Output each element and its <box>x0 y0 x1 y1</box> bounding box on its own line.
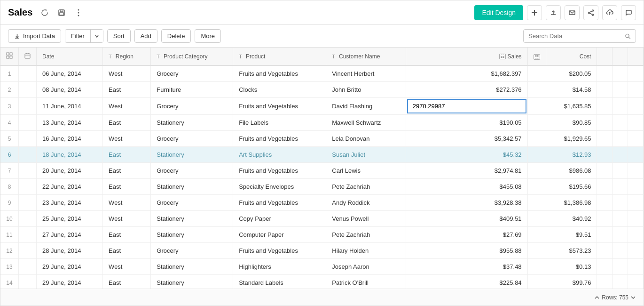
cell-row-num: 12 <box>0 243 19 259</box>
delete-button[interactable]: Delete <box>161 29 191 43</box>
table-row[interactable]: 822 June, 2014EastStationerySpecialty En… <box>0 179 644 195</box>
cell-extra <box>597 179 613 195</box>
table-row[interactable]: 311 June, 2014WestGroceryFruits and Vege… <box>0 98 644 115</box>
cell-region: East <box>103 179 151 195</box>
th-region-label: Region <box>116 53 134 60</box>
cell-product: Clocks <box>233 82 326 98</box>
cell-extra <box>613 115 628 131</box>
cell-customer-name: Hilary Holden <box>326 243 406 259</box>
table-row[interactable]: 208 June, 2014EastFurnitureClocksJohn Br… <box>0 82 644 98</box>
refresh-button[interactable] <box>38 6 51 19</box>
cell-extra <box>597 195 613 211</box>
edit-design-button[interactable]: Edit Design <box>474 5 523 20</box>
table-row[interactable]: 516 June, 2014WestGroceryFruits and Vege… <box>0 131 644 147</box>
cell-customer-name: Maxwell Schwartz <box>326 115 406 131</box>
cell-region: East <box>103 82 151 98</box>
add-row-button[interactable]: Add <box>134 29 157 43</box>
cell-checkbox[interactable] <box>19 195 37 211</box>
cell-extra <box>628 275 644 289</box>
cell-cost: $1,929.65 <box>546 131 597 147</box>
filter-button[interactable]: Filter <box>65 30 90 42</box>
cell-checkbox[interactable] <box>19 98 37 115</box>
cell-checkbox[interactable] <box>19 179 37 195</box>
cell-sales: $27.69 <box>406 227 527 243</box>
cell-checkbox[interactable] <box>19 275 37 289</box>
save-button[interactable] <box>55 6 68 19</box>
th-product-category[interactable]: T Product Category <box>151 48 233 65</box>
cell-date: 29 June, 2014 <box>37 259 103 275</box>
email-button[interactable] <box>565 5 580 20</box>
more-options-button[interactable]: More <box>195 29 221 43</box>
add-button[interactable] <box>527 5 542 20</box>
th-product[interactable]: T Product <box>233 48 326 65</box>
more-menu-button[interactable] <box>72 6 85 19</box>
sort-button[interactable]: Sort <box>107 29 131 43</box>
cell-checkbox[interactable] <box>19 65 37 82</box>
cell-cost: $9.51 <box>546 227 597 243</box>
cell-cost: $195.66 <box>546 179 597 195</box>
table-row[interactable]: 1228 June, 2014EastGroceryFruits and Veg… <box>0 243 644 259</box>
svg-point-5 <box>78 15 79 16</box>
cell-sales[interactable] <box>406 98 527 115</box>
table-row[interactable]: 106 June, 2014WestGroceryFruits and Vege… <box>0 65 644 82</box>
filter-dropdown-button[interactable] <box>91 30 103 42</box>
share-button[interactable] <box>583 5 598 20</box>
cell-extra <box>613 98 628 115</box>
cell-extra <box>613 65 628 82</box>
cell-checkbox[interactable] <box>19 259 37 275</box>
cell-extra <box>613 275 628 289</box>
table-row[interactable]: 1329 June, 2014WestStationeryHighlighter… <box>0 259 644 275</box>
cell-checkbox[interactable] <box>19 82 37 98</box>
cell-date: 27 June, 2014 <box>37 227 103 243</box>
import-data-button[interactable]: Import Data <box>8 29 61 43</box>
th-product-category-label: Product Category <box>164 53 207 60</box>
th-date[interactable]: Date <box>37 48 103 65</box>
cell-extra <box>597 98 613 115</box>
cell-extra <box>628 147 644 163</box>
cell-sales-extra <box>527 82 546 98</box>
toolbar: Import Data Filter Sort Add Delete More <box>0 25 644 48</box>
table-row[interactable]: 1429 June, 2014EastStationeryStandard La… <box>0 275 644 289</box>
cell-product-category: Stationery <box>151 259 233 275</box>
table-row[interactable]: 1127 June, 2014EastStationeryComputer Pa… <box>0 227 644 243</box>
th-product-type: T <box>239 54 242 59</box>
th-customer-name[interactable]: T Customer Name <box>326 48 406 65</box>
cell-sales-extra <box>527 65 546 82</box>
cell-product: Fruits and Vegetables <box>233 163 326 179</box>
cell-cost: $90.85 <box>546 115 597 131</box>
cell-checkbox[interactable] <box>19 243 37 259</box>
chat-button[interactable] <box>621 5 636 20</box>
search-input[interactable] <box>528 32 622 40</box>
cell-checkbox[interactable] <box>19 131 37 147</box>
cell-region: West <box>103 195 151 211</box>
cell-product-category: Grocery <box>151 131 233 147</box>
cell-cost: $12.93 <box>546 147 597 163</box>
cell-checkbox[interactable] <box>19 115 37 131</box>
svg-point-17 <box>626 34 629 37</box>
svg-point-11 <box>589 12 590 13</box>
th-sales[interactable]: ☷ Sales <box>406 48 527 65</box>
cell-product-category: Grocery <box>151 243 233 259</box>
table-row[interactable]: 413 June, 2014EastStationeryFile LabelsM… <box>0 115 644 131</box>
cell-checkbox[interactable] <box>19 227 37 243</box>
search-box[interactable] <box>523 29 636 43</box>
cell-sales: $190.05 <box>406 115 527 131</box>
cell-checkbox[interactable] <box>19 211 37 227</box>
cell-checkbox[interactable] <box>19 163 37 179</box>
cell-checkbox[interactable] <box>19 147 37 163</box>
table-row[interactable]: 618 June, 2014EastStationeryArt Supplies… <box>0 147 644 163</box>
upload-button[interactable] <box>546 5 561 20</box>
svg-point-4 <box>78 12 79 13</box>
sales-cell-input[interactable] <box>407 99 526 113</box>
upload-icon <box>550 9 557 16</box>
th-cost[interactable]: Cost <box>546 48 597 65</box>
table-row[interactable]: 923 June, 2014WestGroceryFruits and Vege… <box>0 195 644 211</box>
filter-group: Filter <box>65 29 103 43</box>
table-row[interactable]: 1025 June, 2014WestStationeryCopy PaperV… <box>0 211 644 227</box>
th-region[interactable]: T Region <box>103 48 151 65</box>
table-row[interactable]: 720 June, 2014EastGroceryFruits and Vege… <box>0 163 644 179</box>
cell-extra <box>628 195 644 211</box>
cell-extra <box>613 179 628 195</box>
cell-sales-extra <box>527 243 546 259</box>
cloud-upload-button[interactable] <box>602 5 617 20</box>
